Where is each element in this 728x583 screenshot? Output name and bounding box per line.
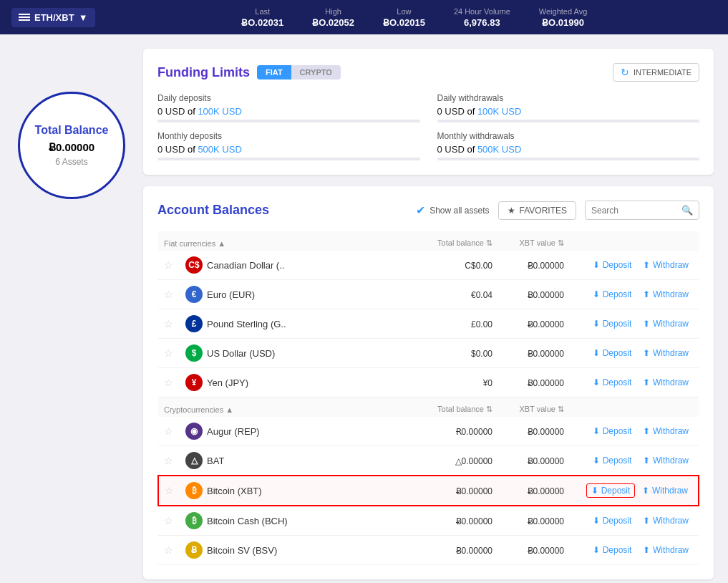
icon-eur: € — [185, 286, 203, 303]
daily-deposits-value: 0 USD of 100K USD — [157, 106, 420, 117]
withdraw-eur[interactable]: ⬆ Withdraw — [639, 288, 693, 301]
deposit-rep[interactable]: ⬇ Deposit — [588, 425, 636, 438]
crypto-total-col-header: Total balance ⇅ — [437, 405, 492, 413]
fiat-xbt-col-header: XBT value ⇅ — [519, 238, 564, 247]
xbt-gbp: Ƀ0.00000 — [528, 319, 564, 329]
funding-limits-card: Funding Limits FIAT CRYPTO ↻ INTERMEDIAT… — [143, 49, 714, 175]
name-cad: Canadian Dollar (.. — [207, 260, 284, 271]
account-balances-title: Account Balances — [157, 203, 407, 218]
fiat-crypto-tabs[interactable]: FIAT CRYPTO — [257, 65, 341, 80]
down-arrow-icon: ⬇ — [593, 319, 600, 329]
monthly-deposits-limit: Monthly deposits 0 USD of 500K USD — [157, 131, 420, 160]
crypto-xbt-col-header: XBT value ⇅ — [519, 405, 564, 413]
total-jpy: ¥0 — [483, 378, 492, 388]
pair-selector[interactable]: ETH/XBT ▼ — [11, 8, 95, 27]
deposit-bat[interactable]: ⬇ Deposit — [588, 454, 636, 467]
total-bat: △0.00000 — [455, 456, 492, 466]
withdraw-bch[interactable]: ⬆ Withdraw — [639, 514, 693, 527]
withdraw-xbt[interactable]: ⬆ Withdraw — [638, 484, 692, 497]
xbt-xbt: Ƀ0.00000 — [528, 486, 564, 496]
check-icon: ✔ — [416, 203, 425, 217]
monthly-deposits-label: Monthly deposits — [157, 131, 420, 141]
search-input[interactable] — [591, 206, 677, 216]
icon-jpy: ¥ — [185, 374, 203, 391]
withdraw-bsv[interactable]: ⬆ Withdraw — [639, 544, 693, 556]
total-balance-circle: Total Balance Ƀ0.00000 6 Assets — [18, 92, 125, 199]
withdraw-cad[interactable]: ⬆ Withdraw — [639, 259, 693, 271]
deposit-xbt[interactable]: ⬇ Deposit — [586, 483, 636, 498]
row-xbt: ☆ ₿ Bitcoin (XBT) Ƀ0.00000 Ƀ0.00000 ⬇ De… — [158, 476, 699, 506]
deposit-gbp[interactable]: ⬇ Deposit — [588, 317, 636, 330]
deposit-usd[interactable]: ⬇ Deposit — [588, 347, 636, 360]
stat-low: LowɃO.02015 — [383, 7, 425, 28]
daily-withdrawals-value: 0 USD of 100K USD — [437, 106, 700, 117]
withdraw-rep[interactable]: ⬆ Withdraw — [639, 425, 693, 438]
withdraw-gbp[interactable]: ⬆ Withdraw — [639, 317, 693, 330]
withdraw-bat[interactable]: ⬆ Withdraw — [639, 454, 693, 467]
withdraw-jpy[interactable]: ⬆ Withdraw — [639, 376, 693, 389]
star-icon: ★ — [508, 206, 515, 216]
fav-bch[interactable]: ☆ — [164, 515, 173, 526]
row-gbp: ☆ £ Pound Sterling (G.. £0.00 Ƀ0.00000 ⬇… — [158, 309, 699, 339]
fav-eur[interactable]: ☆ — [164, 289, 173, 300]
daily-deposits-limit: Daily deposits 0 USD of 100K USD — [157, 93, 420, 122]
show-all-assets-label[interactable]: ✔ Show all assets — [416, 203, 489, 217]
deposit-bsv[interactable]: ⬇ Deposit — [588, 544, 636, 556]
fav-xbt[interactable]: ☆ — [165, 485, 174, 496]
name-bsv: Bitcoin SV (BSV) — [207, 545, 277, 556]
deposit-eur[interactable]: ⬇ Deposit — [588, 288, 636, 301]
top-bar: ETH/XBT ▼ LastɃO.02031HighɃO.02052LowɃO.… — [0, 0, 728, 34]
tab-crypto[interactable]: CRYPTO — [291, 65, 341, 80]
xbt-jpy: Ƀ0.00000 — [528, 378, 564, 388]
name-usd: US Dollar (USD) — [207, 348, 275, 359]
deposit-jpy[interactable]: ⬇ Deposit — [588, 376, 636, 389]
fav-bat[interactable]: ☆ — [164, 455, 173, 466]
icon-cad: C$ — [185, 256, 203, 274]
xbt-bat: Ƀ0.00000 — [528, 456, 564, 466]
chart-icon — [19, 14, 30, 21]
stat-24-hour-volume: 24 Hour Volume6,976.83 — [454, 7, 510, 28]
deposit-cad[interactable]: ⬇ Deposit — [588, 259, 636, 271]
total-eur: €0.04 — [471, 290, 492, 300]
sync-icon: ↻ — [621, 67, 629, 78]
row-usd: ☆ $ US Dollar (USD) $0.00 Ƀ0.00000 ⬇ Dep… — [158, 339, 699, 368]
total-balance-title: Total Balance — [35, 124, 109, 137]
name-rep: Augur (REP) — [207, 426, 260, 437]
icon-bch: ₿ — [185, 512, 203, 529]
favorites-button[interactable]: ★ FAVORITES — [498, 201, 576, 220]
down-arrow-icon: ⬇ — [593, 260, 600, 270]
row-bsv: ☆ Ƀ Bitcoin SV (BSV) Ƀ0.00000 Ƀ0.00000 ⬇… — [158, 536, 699, 565]
daily-withdrawals-limit: Daily withdrawals 0 USD of 100K USD — [437, 93, 700, 122]
withdraw-usd[interactable]: ⬆ Withdraw — [639, 347, 693, 360]
crypto-section-header: Cryptocurrencies ▲ Total balance ⇅ XBT v… — [158, 398, 699, 418]
fav-gbp[interactable]: ☆ — [164, 318, 173, 329]
fiat-section-label: Fiat currencies ▲ — [164, 239, 225, 248]
search-box[interactable]: 🔍 — [585, 201, 699, 220]
daily-deposits-label: Daily deposits — [157, 93, 420, 103]
left-panel: Total Balance Ƀ0.00000 6 Assets — [14, 49, 129, 579]
limits-grid: Daily deposits 0 USD of 100K USD Daily w… — [157, 93, 699, 160]
fav-bsv[interactable]: ☆ — [164, 544, 173, 556]
monthly-withdrawals-value: 0 USD of 500K USD — [437, 144, 700, 155]
total-gbp: £0.00 — [471, 319, 492, 329]
fav-usd[interactable]: ☆ — [164, 347, 173, 359]
crypto-section-label: Cryptocurrencies ▲ — [164, 405, 233, 414]
tab-fiat[interactable]: FIAT — [257, 65, 291, 80]
intermediate-button[interactable]: ↻ INTERMEDIATE — [613, 63, 699, 82]
monthly-withdrawals-bar-bg — [437, 158, 700, 160]
fav-cad[interactable]: ☆ — [164, 259, 173, 271]
deposit-bch[interactable]: ⬇ Deposit — [588, 514, 636, 527]
up-arrow-icon: ⬆ — [643, 319, 650, 329]
fav-rep[interactable]: ☆ — [164, 425, 173, 437]
up-arrow-icon: ⬆ — [642, 486, 649, 496]
stat-last: LastɃO.02031 — [241, 7, 283, 28]
up-arrow-icon: ⬆ — [643, 516, 650, 526]
intermediate-label: INTERMEDIATE — [634, 68, 691, 77]
monthly-withdrawals-label: Monthly withdrawals — [437, 131, 700, 141]
down-arrow-icon: ⬇ — [593, 456, 600, 466]
fiat-section-header: Fiat currencies ▲ Total balance ⇅ XBT va… — [158, 231, 699, 251]
fav-jpy[interactable]: ☆ — [164, 377, 173, 388]
xbt-rep: Ƀ0.00000 — [528, 427, 564, 437]
chevron-down-icon: ▼ — [79, 12, 88, 23]
stat-high: HighɃO.02052 — [312, 7, 354, 28]
